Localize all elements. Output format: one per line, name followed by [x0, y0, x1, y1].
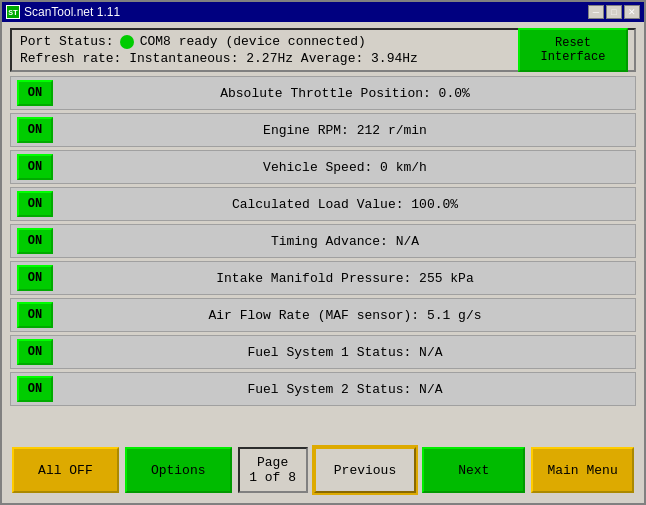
content-area: Port Status: COM8 ready (device connecte…	[2, 22, 644, 503]
sensor-label-4: Timing Advance: N/A	[61, 234, 629, 249]
reset-interface-button[interactable]: Reset Interface	[518, 28, 628, 72]
sensor-list: ON Absolute Throttle Position: 0.0% ON E…	[10, 76, 636, 439]
sensor-toggle-4[interactable]: ON	[17, 228, 53, 254]
port-text: COM8 ready (device connected)	[140, 34, 366, 49]
page-line2: 1 of 8	[249, 470, 296, 485]
sensor-toggle-3[interactable]: ON	[17, 191, 53, 217]
sensor-toggle-8[interactable]: ON	[17, 376, 53, 402]
previous-button[interactable]: Previous	[314, 447, 417, 493]
sensor-label-8: Fuel System 2 Status: N/A	[61, 382, 629, 397]
sensor-toggle-6[interactable]: ON	[17, 302, 53, 328]
port-label: Port Status:	[20, 34, 114, 49]
sensor-label-2: Vehicle Speed: 0 km/h	[61, 160, 629, 175]
sensor-row-7: ON Fuel System 1 Status: N/A	[10, 335, 636, 369]
sensor-label-1: Engine RPM: 212 r/min	[61, 123, 629, 138]
page-line1: Page	[257, 455, 288, 470]
next-button[interactable]: Next	[422, 447, 525, 493]
sensor-toggle-2[interactable]: ON	[17, 154, 53, 180]
app-icon: ST	[6, 5, 20, 19]
title-bar: ST ScanTool.net 1.11 ─ □ ✕	[2, 2, 644, 22]
bottom-bar: All OFF Options Page 1 of 8 Previous Nex…	[10, 443, 636, 497]
window-title: ScanTool.net 1.11	[24, 5, 120, 19]
sensor-label-0: Absolute Throttle Position: 0.0%	[61, 86, 629, 101]
sensor-row-3: ON Calculated Load Value: 100.0%	[10, 187, 636, 221]
title-bar-left: ST ScanTool.net 1.11	[6, 5, 120, 19]
sensor-row-2: ON Vehicle Speed: 0 km/h	[10, 150, 636, 184]
window-controls: ─ □ ✕	[588, 5, 640, 19]
refresh-text: Refresh rate: Instantaneous: 2.27Hz Aver…	[20, 51, 418, 66]
sensor-row-5: ON Intake Manifold Pressure: 255 kPa	[10, 261, 636, 295]
app-icon-text: ST	[8, 8, 18, 17]
sensor-label-6: Air Flow Rate (MAF sensor): 5.1 g/s	[61, 308, 629, 323]
status-indicator	[120, 35, 134, 49]
sensor-row-4: ON Timing Advance: N/A	[10, 224, 636, 258]
sensor-row-6: ON Air Flow Rate (MAF sensor): 5.1 g/s	[10, 298, 636, 332]
status-bar: Port Status: COM8 ready (device connecte…	[10, 28, 636, 72]
close-button[interactable]: ✕	[624, 5, 640, 19]
all-off-button[interactable]: All OFF	[12, 447, 119, 493]
sensor-row-8: ON Fuel System 2 Status: N/A	[10, 372, 636, 406]
sensor-toggle-1[interactable]: ON	[17, 117, 53, 143]
sensor-label-5: Intake Manifold Pressure: 255 kPa	[61, 271, 629, 286]
sensor-label-3: Calculated Load Value: 100.0%	[61, 197, 629, 212]
options-button[interactable]: Options	[125, 447, 232, 493]
sensor-row-1: ON Engine RPM: 212 r/min	[10, 113, 636, 147]
sensor-toggle-0[interactable]: ON	[17, 80, 53, 106]
minimize-button[interactable]: ─	[588, 5, 604, 19]
maximize-button[interactable]: □	[606, 5, 622, 19]
sensor-toggle-7[interactable]: ON	[17, 339, 53, 365]
sensor-label-7: Fuel System 1 Status: N/A	[61, 345, 629, 360]
sensor-toggle-5[interactable]: ON	[17, 265, 53, 291]
main-window: ST ScanTool.net 1.11 ─ □ ✕ Port Status: …	[0, 0, 646, 505]
page-indicator: Page 1 of 8	[238, 447, 308, 493]
sensor-row-0: ON Absolute Throttle Position: 0.0%	[10, 76, 636, 110]
main-menu-button[interactable]: Main Menu	[531, 447, 634, 493]
